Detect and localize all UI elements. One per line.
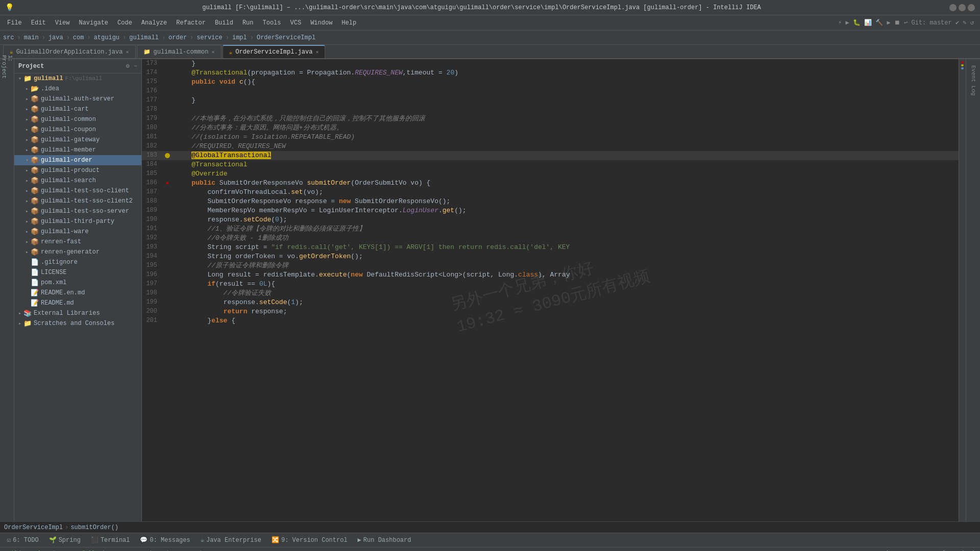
- table-row: 195 //原子验证令牌和删除令牌: [142, 261, 959, 270]
- tree-member[interactable]: ▸ 📦 gulimall-member: [14, 145, 141, 155]
- nav-order[interactable]: order: [168, 34, 187, 41]
- menu-navigate[interactable]: Navigate: [75, 18, 112, 28]
- tree-sso-server[interactable]: ▸ 📦 gulimall-test-sso-server: [14, 206, 141, 216]
- nav-src[interactable]: src: [3, 34, 14, 41]
- line-gutter: [162, 59, 173, 68]
- nav-main[interactable]: main: [24, 34, 39, 41]
- nav-gulimall[interactable]: gulimall: [129, 34, 159, 41]
- table-row: 175 public void c(){: [142, 78, 959, 87]
- tree-ware[interactable]: ▸ 📦 gulimall-ware: [14, 227, 141, 237]
- tree-scratches[interactable]: ▸ 📁 Scratches and Consoles: [14, 318, 141, 329]
- tree-gitignore[interactable]: ▸ 📄 .gitignore: [14, 257, 141, 267]
- table-row: 186 ● public SubmitOrderResponseVo submi…: [142, 179, 959, 188]
- nav-java[interactable]: java: [48, 34, 63, 41]
- tree-external-libraries[interactable]: ▸ 📚 External Libraries: [14, 308, 141, 318]
- bottom-tab-spring[interactable]: 🌱 Spring: [46, 535, 84, 545]
- line-number: 193: [142, 243, 162, 252]
- tree-search[interactable]: ▸ 📦 gulimall-search: [14, 176, 141, 186]
- bottom-tab-terminal[interactable]: ⬛ Terminal: [88, 535, 133, 545]
- tree-coupon[interactable]: ▸ 📦 gulimall-coupon: [14, 124, 141, 135]
- tab-gulimall-common[interactable]: 📁 gulimall-common ✕: [137, 45, 222, 58]
- line-gutter: [162, 169, 173, 179]
- table-row: 179 //本地事务，在分布式系统，只能控制住自己的回滚，控制不了其他服务的回滚: [142, 114, 959, 123]
- code-scroll-area[interactable]: 另外一个兄弟，你好19:32 ≈ 3090元所有视频 173 } 174 @Tr…: [142, 59, 959, 521]
- line-number: 181: [142, 133, 162, 142]
- tree-third-party[interactable]: ▸ 📦 gulimall-third-party: [14, 216, 141, 227]
- tree-renren-generator[interactable]: ▸ 📦 renren-generator: [14, 247, 141, 257]
- tree-license[interactable]: ▸ 📄 LICENSE: [14, 267, 141, 278]
- table-row: 184 @Transactional: [142, 160, 959, 169]
- line-number: 179: [142, 114, 162, 123]
- event-log-strip[interactable]: Event Log: [969, 63, 977, 97]
- menu-run[interactable]: Run: [238, 18, 258, 28]
- tree-root[interactable]: ▾ 📁 gulimall F:\gulimall: [14, 73, 141, 84]
- bottom-tab-todo[interactable]: ☑ 6: TODO: [4, 535, 42, 545]
- menu-file[interactable]: File: [3, 18, 26, 28]
- tree-sso-client[interactable]: ▸ 📦 gulimall-test-sso-client: [14, 186, 141, 196]
- menu-vcs[interactable]: VCS: [286, 18, 306, 28]
- table-row: 182 //REQUIRED、REQUIRES_NEW: [142, 142, 959, 151]
- tree-gateway[interactable]: ▸ 📦 gulimall-gateway: [14, 135, 141, 145]
- line-gutter: [162, 224, 173, 234]
- tree-readme[interactable]: ▸ 📝 README.md: [14, 298, 141, 308]
- close-button[interactable]: [968, 4, 975, 11]
- tree-coupon-label: gulimall-coupon: [41, 126, 96, 133]
- minimize-button[interactable]: [949, 4, 957, 11]
- tree-order[interactable]: ▾ 📦 gulimall-order: [14, 155, 141, 165]
- line-gutter: [162, 87, 173, 96]
- menu-help[interactable]: Help: [337, 18, 360, 28]
- menu-view[interactable]: View: [51, 18, 74, 28]
- tree-readme-en[interactable]: ▸ 📝 README.en.md: [14, 288, 141, 298]
- code-editor: 另外一个兄弟，你好19:32 ≈ 3090元所有视频 173 } 174 @Tr…: [142, 59, 966, 521]
- tree-pom[interactable]: ▸ 📄 pom.xml: [14, 278, 141, 288]
- maximize-button[interactable]: [959, 4, 966, 11]
- menu-window[interactable]: Window: [306, 18, 336, 28]
- menu-analyze[interactable]: Analyze: [137, 18, 171, 28]
- breadcrumb-file[interactable]: OrderServiceImpl: [4, 524, 63, 531]
- warn-marker: [961, 64, 964, 66]
- breadcrumb-method[interactable]: submitOrder(): [70, 524, 118, 531]
- nav-orderserviceimpl[interactable]: OrderServiceImpl: [257, 34, 315, 41]
- sidebar-gear-icon[interactable]: ⚙: [126, 62, 130, 70]
- menu-edit[interactable]: Edit: [27, 18, 50, 28]
- nav-impl[interactable]: impl: [232, 34, 247, 41]
- tree-cart-label: gulimall-cart: [41, 106, 89, 113]
- tree-search-label: gulimall-search: [41, 177, 96, 184]
- nav-service[interactable]: service: [197, 34, 222, 41]
- nav-atguigu[interactable]: atguigu: [94, 34, 119, 41]
- tree-auth-server[interactable]: ▸ 📦 gulimall-auth-server: [14, 94, 141, 104]
- menu-tools[interactable]: Tools: [259, 18, 285, 28]
- bottom-tab-run-dashboard[interactable]: ▶ Run Dashboard: [355, 535, 414, 545]
- bottom-tab-version-control[interactable]: 🔀 9: Version Control: [268, 535, 351, 545]
- table-row: 176: [142, 87, 959, 96]
- tree-common[interactable]: ▸ 📦 gulimall-common: [14, 114, 141, 124]
- project-tool-button[interactable]: 1: Project: [2, 61, 13, 72]
- bottom-tab-java-enterprise[interactable]: ☕ Java Enterprise: [198, 535, 264, 545]
- line-number: 195: [142, 261, 162, 270]
- tab-gulimall-order-app[interactable]: ☕ GulimallOrderApplication.java ✕: [3, 45, 136, 58]
- breadcrumb-bar: OrderServiceImpl › submitOrder(): [0, 521, 980, 533]
- menu-code[interactable]: Code: [113, 18, 136, 28]
- line-content: response.setCode(0);: [173, 215, 959, 224]
- tree-idea[interactable]: ▸ 📂 .idea: [14, 84, 141, 94]
- nav-com[interactable]: com: [73, 34, 84, 41]
- line-gutter: [162, 160, 173, 169]
- line-gutter: [162, 243, 173, 252]
- tab-close-1[interactable]: ✕: [126, 49, 129, 55]
- tree-sso-client2[interactable]: ▸ 📦 gulimall-test-sso-client2: [14, 196, 141, 206]
- terminal-icon: ⬛: [91, 536, 99, 544]
- sidebar-collapse-icon[interactable]: −: [134, 63, 137, 70]
- tab-close-3[interactable]: ✕: [315, 49, 318, 55]
- tree-product[interactable]: ▸ 📦 gulimall-product: [14, 165, 141, 176]
- table-row: 197 if(result == 0L){: [142, 280, 959, 289]
- tab-close-2[interactable]: ✕: [212, 49, 215, 55]
- line-number: 177: [142, 96, 162, 105]
- tab-orderserviceimpl[interactable]: ☕ OrderServiceImpl.java ✕: [223, 45, 326, 58]
- menu-build[interactable]: Build: [211, 18, 237, 28]
- line-gutter: [162, 270, 173, 280]
- bottom-tab-messages[interactable]: 💬 0: Messages: [137, 535, 193, 545]
- line-content: [173, 105, 959, 114]
- tree-renren-fast[interactable]: ▸ 📦 renren-fast: [14, 237, 141, 247]
- menu-refactor[interactable]: Refactor: [172, 18, 210, 28]
- tree-cart[interactable]: ▸ 📦 gulimall-cart: [14, 104, 141, 114]
